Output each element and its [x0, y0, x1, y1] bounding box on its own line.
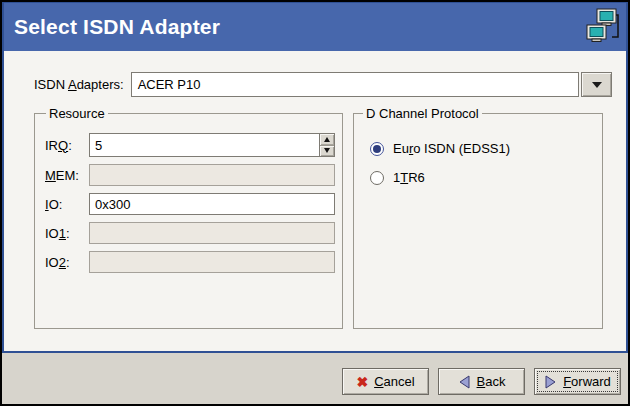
irq-spinner [320, 133, 335, 157]
dialog-upper-frame: Select ISDN Adapter ISDN Adapters: [2, 2, 628, 353]
1tr6-label: 1TR6 [393, 170, 425, 185]
mem-label: MEM: [45, 168, 89, 183]
settings-groups: Resource IRQ: 5 MEM: [34, 106, 612, 329]
cancel-button-label: Cancel [374, 374, 414, 389]
dialog-content: ISDN Adapters: ACER P10 Resource IRQ: 5 [4, 51, 626, 351]
io1-label: IO1: [45, 226, 89, 241]
radio-option-euro-isdn[interactable]: Euro ISDN (EDSS1) [370, 141, 594, 156]
adapter-row: ISDN Adapters: ACER P10 [34, 72, 612, 97]
io-input[interactable]: 0x300 [89, 193, 335, 215]
back-button-label: Back [477, 374, 506, 389]
back-button[interactable]: Back [438, 368, 525, 395]
irq-spinbox: 5 [89, 133, 335, 157]
cancel-button[interactable]: ✖ Cancel [342, 368, 429, 395]
irq-input[interactable]: 5 [89, 133, 320, 157]
radio-option-1tr6[interactable]: 1TR6 [370, 170, 594, 185]
arrow-up-icon [324, 137, 330, 142]
irq-row: IRQ: 5 [45, 133, 335, 157]
forward-arrow-icon [544, 375, 557, 389]
irq-label: IRQ: [45, 138, 89, 153]
io-row: IO: 0x300 [45, 193, 335, 215]
page-title: Select ISDN Adapter [14, 15, 220, 39]
io2-input [89, 251, 335, 273]
dialog-button-bar: ✖ Cancel Back Forward [2, 353, 628, 404]
mem-row: MEM: [45, 164, 335, 186]
mem-input [89, 164, 335, 186]
spin-up-button[interactable] [320, 134, 334, 145]
d-channel-protocol-legend: D Channel Protocol [363, 106, 482, 121]
isdn-adapters-dropdown-button[interactable] [581, 72, 612, 97]
chevron-down-icon [592, 82, 602, 88]
spin-down-button[interactable] [320, 145, 334, 157]
resource-legend: Resource [46, 106, 108, 121]
radio-selected-icon[interactable] [370, 142, 384, 156]
io2-row: IO2: [45, 251, 335, 273]
dialog-header-banner: Select ISDN Adapter [4, 3, 626, 51]
select-isdn-adapter-dialog: Select ISDN Adapter ISDN Adapters: [0, 0, 630, 406]
io2-label: IO2: [45, 255, 89, 270]
io1-input [89, 222, 335, 244]
back-arrow-icon [458, 375, 471, 389]
arrow-down-icon [324, 148, 330, 153]
cancel-x-icon: ✖ [356, 375, 368, 389]
radio-unselected-icon[interactable] [370, 171, 384, 185]
forward-button-label: Forward [563, 374, 611, 389]
resource-groupbox: Resource IRQ: 5 MEM: [34, 106, 343, 329]
euro-isdn-label: Euro ISDN (EDSS1) [393, 141, 510, 156]
networked-computers-icon [585, 7, 621, 47]
io-label: IO: [45, 197, 89, 212]
d-channel-protocol-groupbox: D Channel Protocol Euro ISDN (EDSS1) 1TR… [353, 106, 603, 329]
io1-row: IO1: [45, 222, 335, 244]
isdn-adapters-combobox-value[interactable]: ACER P10 [131, 72, 579, 97]
isdn-adapters-label: ISDN Adapters: [34, 77, 124, 92]
forward-button[interactable]: Forward [534, 368, 621, 395]
isdn-adapters-combobox[interactable]: ACER P10 [131, 72, 612, 97]
